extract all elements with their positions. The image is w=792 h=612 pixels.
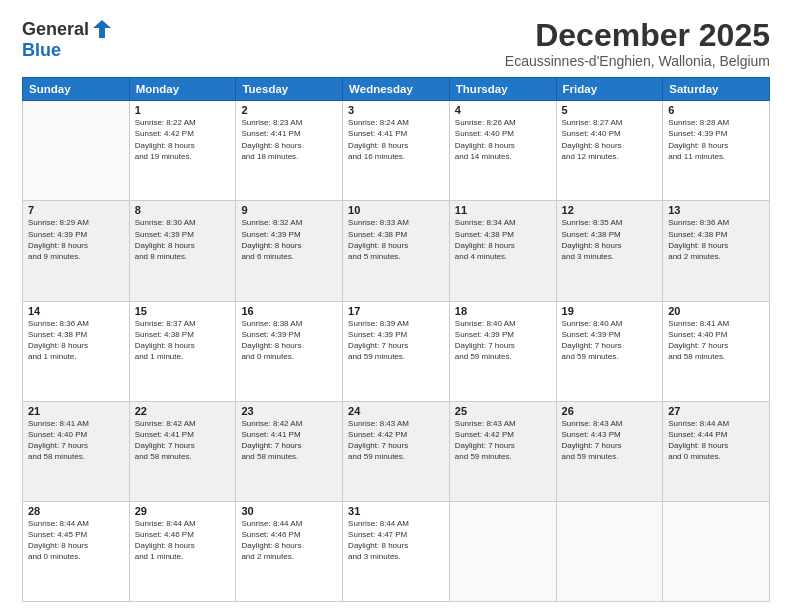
table-row: 23Sunrise: 8:42 AM Sunset: 4:41 PM Dayli…: [236, 401, 343, 501]
day-number: 9: [241, 204, 337, 216]
day-number: 23: [241, 405, 337, 417]
day-info: Sunrise: 8:40 AM Sunset: 4:39 PM Dayligh…: [562, 318, 658, 363]
col-tuesday: Tuesday: [236, 78, 343, 101]
day-number: 4: [455, 104, 551, 116]
header-row: Sunday Monday Tuesday Wednesday Thursday…: [23, 78, 770, 101]
day-number: 7: [28, 204, 124, 216]
day-info: Sunrise: 8:34 AM Sunset: 4:38 PM Dayligh…: [455, 217, 551, 262]
table-row: 26Sunrise: 8:43 AM Sunset: 4:43 PM Dayli…: [556, 401, 663, 501]
table-row: 7Sunrise: 8:29 AM Sunset: 4:39 PM Daylig…: [23, 201, 130, 301]
day-number: 12: [562, 204, 658, 216]
calendar-week-2: 7Sunrise: 8:29 AM Sunset: 4:39 PM Daylig…: [23, 201, 770, 301]
table-row: 10Sunrise: 8:33 AM Sunset: 4:38 PM Dayli…: [343, 201, 450, 301]
table-row: 20Sunrise: 8:41 AM Sunset: 4:40 PM Dayli…: [663, 301, 770, 401]
table-row: 28Sunrise: 8:44 AM Sunset: 4:45 PM Dayli…: [23, 501, 130, 601]
day-info: Sunrise: 8:28 AM Sunset: 4:39 PM Dayligh…: [668, 117, 764, 162]
day-info: Sunrise: 8:44 AM Sunset: 4:46 PM Dayligh…: [241, 518, 337, 563]
day-number: 20: [668, 305, 764, 317]
table-row: 27Sunrise: 8:44 AM Sunset: 4:44 PM Dayli…: [663, 401, 770, 501]
day-info: Sunrise: 8:44 AM Sunset: 4:46 PM Dayligh…: [135, 518, 231, 563]
table-row: 3Sunrise: 8:24 AM Sunset: 4:41 PM Daylig…: [343, 101, 450, 201]
day-info: Sunrise: 8:44 AM Sunset: 4:44 PM Dayligh…: [668, 418, 764, 463]
day-number: 11: [455, 204, 551, 216]
day-number: 1: [135, 104, 231, 116]
table-row: 16Sunrise: 8:38 AM Sunset: 4:39 PM Dayli…: [236, 301, 343, 401]
day-number: 27: [668, 405, 764, 417]
table-row: 22Sunrise: 8:42 AM Sunset: 4:41 PM Dayli…: [129, 401, 236, 501]
col-friday: Friday: [556, 78, 663, 101]
day-info: Sunrise: 8:24 AM Sunset: 4:41 PM Dayligh…: [348, 117, 444, 162]
table-row: 30Sunrise: 8:44 AM Sunset: 4:46 PM Dayli…: [236, 501, 343, 601]
table-row: 1Sunrise: 8:22 AM Sunset: 4:42 PM Daylig…: [129, 101, 236, 201]
day-number: 16: [241, 305, 337, 317]
day-info: Sunrise: 8:39 AM Sunset: 4:39 PM Dayligh…: [348, 318, 444, 363]
day-number: 17: [348, 305, 444, 317]
day-info: Sunrise: 8:37 AM Sunset: 4:38 PM Dayligh…: [135, 318, 231, 363]
day-number: 26: [562, 405, 658, 417]
day-number: 3: [348, 104, 444, 116]
day-number: 18: [455, 305, 551, 317]
table-row: 25Sunrise: 8:43 AM Sunset: 4:42 PM Dayli…: [449, 401, 556, 501]
day-number: 19: [562, 305, 658, 317]
day-info: Sunrise: 8:27 AM Sunset: 4:40 PM Dayligh…: [562, 117, 658, 162]
header: General Blue December 2025 Ecaussinnes-d…: [22, 18, 770, 69]
table-row: 8Sunrise: 8:30 AM Sunset: 4:39 PM Daylig…: [129, 201, 236, 301]
day-info: Sunrise: 8:41 AM Sunset: 4:40 PM Dayligh…: [28, 418, 124, 463]
logo-general-text: General: [22, 19, 89, 40]
table-row: [663, 501, 770, 601]
table-row: 19Sunrise: 8:40 AM Sunset: 4:39 PM Dayli…: [556, 301, 663, 401]
calendar-week-5: 28Sunrise: 8:44 AM Sunset: 4:45 PM Dayli…: [23, 501, 770, 601]
table-row: 11Sunrise: 8:34 AM Sunset: 4:38 PM Dayli…: [449, 201, 556, 301]
day-number: 28: [28, 505, 124, 517]
subtitle: Ecaussinnes-d'Enghien, Wallonia, Belgium: [505, 53, 770, 69]
day-number: 30: [241, 505, 337, 517]
calendar-week-4: 21Sunrise: 8:41 AM Sunset: 4:40 PM Dayli…: [23, 401, 770, 501]
day-info: Sunrise: 8:43 AM Sunset: 4:43 PM Dayligh…: [562, 418, 658, 463]
day-number: 22: [135, 405, 231, 417]
day-info: Sunrise: 8:22 AM Sunset: 4:42 PM Dayligh…: [135, 117, 231, 162]
day-info: Sunrise: 8:26 AM Sunset: 4:40 PM Dayligh…: [455, 117, 551, 162]
col-thursday: Thursday: [449, 78, 556, 101]
day-number: 10: [348, 204, 444, 216]
table-row: 5Sunrise: 8:27 AM Sunset: 4:40 PM Daylig…: [556, 101, 663, 201]
day-number: 13: [668, 204, 764, 216]
day-number: 14: [28, 305, 124, 317]
calendar-week-3: 14Sunrise: 8:36 AM Sunset: 4:38 PM Dayli…: [23, 301, 770, 401]
calendar-table: Sunday Monday Tuesday Wednesday Thursday…: [22, 77, 770, 602]
day-info: Sunrise: 8:44 AM Sunset: 4:47 PM Dayligh…: [348, 518, 444, 563]
day-number: 24: [348, 405, 444, 417]
calendar-week-1: 1Sunrise: 8:22 AM Sunset: 4:42 PM Daylig…: [23, 101, 770, 201]
day-info: Sunrise: 8:41 AM Sunset: 4:40 PM Dayligh…: [668, 318, 764, 363]
day-info: Sunrise: 8:43 AM Sunset: 4:42 PM Dayligh…: [455, 418, 551, 463]
day-info: Sunrise: 8:32 AM Sunset: 4:39 PM Dayligh…: [241, 217, 337, 262]
day-info: Sunrise: 8:40 AM Sunset: 4:39 PM Dayligh…: [455, 318, 551, 363]
table-row: [449, 501, 556, 601]
table-row: 14Sunrise: 8:36 AM Sunset: 4:38 PM Dayli…: [23, 301, 130, 401]
table-row: 2Sunrise: 8:23 AM Sunset: 4:41 PM Daylig…: [236, 101, 343, 201]
day-info: Sunrise: 8:43 AM Sunset: 4:42 PM Dayligh…: [348, 418, 444, 463]
table-row: [23, 101, 130, 201]
day-info: Sunrise: 8:36 AM Sunset: 4:38 PM Dayligh…: [28, 318, 124, 363]
day-info: Sunrise: 8:29 AM Sunset: 4:39 PM Dayligh…: [28, 217, 124, 262]
table-row: 9Sunrise: 8:32 AM Sunset: 4:39 PM Daylig…: [236, 201, 343, 301]
table-row: 15Sunrise: 8:37 AM Sunset: 4:38 PM Dayli…: [129, 301, 236, 401]
page: General Blue December 2025 Ecaussinnes-d…: [0, 0, 792, 612]
day-info: Sunrise: 8:35 AM Sunset: 4:38 PM Dayligh…: [562, 217, 658, 262]
day-info: Sunrise: 8:23 AM Sunset: 4:41 PM Dayligh…: [241, 117, 337, 162]
table-row: 17Sunrise: 8:39 AM Sunset: 4:39 PM Dayli…: [343, 301, 450, 401]
title-block: December 2025 Ecaussinnes-d'Enghien, Wal…: [505, 18, 770, 69]
col-wednesday: Wednesday: [343, 78, 450, 101]
day-number: 8: [135, 204, 231, 216]
day-info: Sunrise: 8:38 AM Sunset: 4:39 PM Dayligh…: [241, 318, 337, 363]
col-monday: Monday: [129, 78, 236, 101]
day-number: 25: [455, 405, 551, 417]
day-number: 5: [562, 104, 658, 116]
day-info: Sunrise: 8:42 AM Sunset: 4:41 PM Dayligh…: [135, 418, 231, 463]
day-number: 15: [135, 305, 231, 317]
table-row: 24Sunrise: 8:43 AM Sunset: 4:42 PM Dayli…: [343, 401, 450, 501]
table-row: 18Sunrise: 8:40 AM Sunset: 4:39 PM Dayli…: [449, 301, 556, 401]
table-row: 13Sunrise: 8:36 AM Sunset: 4:38 PM Dayli…: [663, 201, 770, 301]
day-number: 29: [135, 505, 231, 517]
table-row: 12Sunrise: 8:35 AM Sunset: 4:38 PM Dayli…: [556, 201, 663, 301]
logo-icon: [91, 18, 113, 40]
